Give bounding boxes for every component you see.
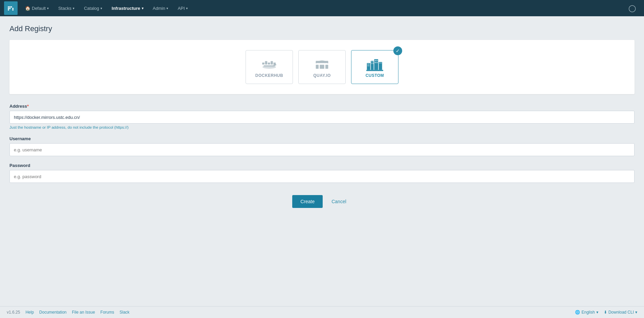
footer-download-caret: ▾: [635, 310, 637, 315]
nav-env[interactable]: 🏠 Default ▾: [20, 0, 53, 16]
globe-icon: 🌐: [575, 310, 580, 315]
nav-catalog[interactable]: Catalog ▾: [79, 0, 107, 16]
home-icon: 🏠: [25, 6, 30, 11]
nav-stacks-caret: ▾: [73, 6, 74, 10]
footer-language-label: English: [581, 310, 595, 315]
navbar: 🏠 Default ▾ Stacks ▾ Catalog ▾ Infrastru…: [0, 0, 644, 16]
svg-rect-30: [381, 63, 382, 64]
svg-rect-26: [376, 60, 377, 61]
username-group: Username: [9, 136, 635, 156]
registry-option-custom[interactable]: ✓: [351, 50, 398, 84]
nav-admin-label: Admin: [153, 6, 165, 11]
page-title: Add Registry: [9, 24, 635, 33]
registry-option-dockerhub[interactable]: DockerHub: [246, 50, 293, 84]
nav-api-label: API: [178, 6, 185, 11]
svg-rect-7: [263, 65, 275, 66]
nav-infrastructure[interactable]: Infrastructure ▾: [107, 0, 148, 16]
registry-option-quay[interactable]: Quay.io: [298, 50, 346, 84]
nav-api[interactable]: API ▾: [173, 0, 192, 16]
svg-rect-27: [375, 62, 376, 63]
svg-rect-18: [369, 64, 370, 65]
svg-rect-20: [369, 65, 370, 66]
svg-rect-22: [373, 61, 374, 62]
footer-docs[interactable]: Documentation: [39, 310, 67, 315]
nav-env-caret: ▾: [47, 6, 49, 10]
address-label: Address: [9, 104, 635, 109]
address-hint: Just the hostname or IP address, do not …: [9, 125, 635, 129]
footer-lang-caret: ▾: [596, 310, 598, 315]
footer-issue[interactable]: File an Issue: [72, 310, 95, 315]
nav-catalog-caret: ▾: [100, 6, 102, 10]
button-row: Create Cancel: [9, 195, 635, 208]
svg-rect-25: [375, 60, 376, 61]
footer-help[interactable]: Help: [25, 310, 34, 315]
nav-infrastructure-caret: ▾: [142, 6, 143, 10]
svg-rect-3: [268, 63, 270, 65]
nav-admin[interactable]: Admin ▾: [148, 0, 173, 16]
svg-rect-4: [271, 61, 273, 65]
registry-type-card: DockerHub Quay.io ✓: [9, 40, 635, 94]
svg-rect-17: [367, 64, 368, 65]
svg-rect-28: [376, 62, 377, 63]
cancel-button[interactable]: Cancel: [326, 195, 352, 208]
create-button[interactable]: Create: [292, 195, 323, 208]
footer-download[interactable]: ⬇ Download CLI ▾: [604, 310, 637, 315]
user-icon[interactable]: ◯: [624, 4, 640, 12]
footer-version: v1.6.25: [7, 310, 20, 315]
logo[interactable]: [4, 1, 18, 15]
password-input[interactable]: [9, 170, 635, 183]
svg-rect-16: [379, 62, 382, 70]
dockerhub-label: DockerHub: [255, 73, 283, 78]
svg-point-8: [274, 64, 276, 66]
footer: v1.6.25 Help Documentation File an Issue…: [0, 306, 644, 318]
svg-rect-0: [6, 3, 16, 13]
selected-check-badge: ✓: [393, 46, 402, 55]
svg-rect-1: [262, 63, 264, 65]
svg-rect-21: [371, 61, 372, 62]
footer-left: v1.6.25 Help Documentation File an Issue…: [7, 310, 130, 315]
navbar-right: ◯: [624, 4, 640, 12]
quay-label: Quay.io: [313, 73, 331, 78]
password-group: Password: [9, 163, 635, 183]
nav-stacks[interactable]: Stacks ▾: [53, 0, 79, 16]
username-label: Username: [9, 136, 635, 141]
footer-right: 🌐 English ▾ ⬇ Download CLI ▾: [575, 310, 637, 315]
username-input[interactable]: [9, 143, 635, 156]
nav-admin-caret: ▾: [166, 6, 168, 10]
form-section: Address Just the hostname or IP address,…: [9, 104, 635, 208]
custom-label: Custom: [366, 73, 384, 78]
nav-env-label: Default: [32, 6, 46, 11]
svg-rect-13: [367, 63, 370, 70]
nav-infrastructure-label: Infrastructure: [112, 6, 140, 11]
svg-rect-19: [367, 65, 368, 66]
address-group: Address Just the hostname or IP address,…: [9, 104, 635, 129]
main-content: Add Registry DockerHub: [0, 16, 644, 306]
footer-download-label: Download CLI: [608, 310, 634, 315]
svg-rect-2: [265, 61, 268, 65]
svg-rect-31: [366, 70, 383, 71]
footer-forums[interactable]: Forums: [100, 310, 114, 315]
download-icon: ⬇: [604, 310, 607, 315]
svg-rect-29: [379, 63, 380, 64]
nav-stacks-label: Stacks: [58, 6, 71, 11]
password-label: Password: [9, 163, 635, 168]
footer-slack[interactable]: Slack: [120, 310, 130, 315]
svg-rect-23: [371, 63, 372, 64]
svg-rect-24: [373, 63, 374, 64]
address-input[interactable]: [9, 111, 635, 124]
svg-rect-12: [320, 65, 324, 69]
svg-rect-10: [325, 65, 328, 69]
nav-catalog-label: Catalog: [84, 6, 99, 11]
nav-api-caret: ▾: [186, 6, 188, 10]
svg-rect-9: [316, 65, 319, 69]
footer-language[interactable]: 🌐 English ▾: [575, 310, 598, 315]
